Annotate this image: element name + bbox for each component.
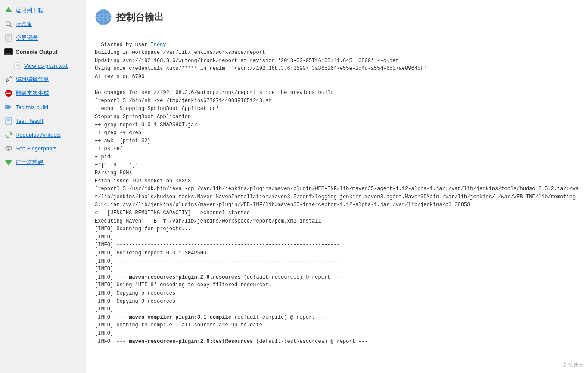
edit-label: 编辑编译信息 bbox=[16, 75, 49, 83]
fingerprints-icon bbox=[4, 144, 13, 153]
edit-icon bbox=[4, 75, 13, 84]
globe-icon bbox=[95, 9, 112, 26]
delete-icon bbox=[4, 89, 13, 97]
sidebar-item-status[interactable]: 状态集 bbox=[0, 17, 86, 31]
redeploy-icon bbox=[4, 130, 13, 139]
console-line: [INFO] bbox=[95, 266, 113, 272]
console-line: [INFO] --- maven-resources-plugin:2.6:te… bbox=[95, 339, 368, 345]
prev-label: 前一次构建 bbox=[16, 158, 44, 166]
back-icon bbox=[4, 6, 13, 15]
console-line: <===[JENKINS REMOTING CAPACITY]===>chann… bbox=[95, 210, 250, 216]
watermark: © 亿速云 bbox=[563, 361, 584, 369]
console-line: [INFO] ---------------------------------… bbox=[95, 242, 340, 248]
console-line: No changes for svn://192.168.3.6/wutong/… bbox=[95, 90, 334, 96]
sidebar-item-testresult[interactable]: Test Result bbox=[0, 114, 86, 128]
console-line: [INFO] Scanning for projects... bbox=[95, 226, 191, 232]
sidebar-item-fingerprints[interactable]: See Fingerprints bbox=[0, 141, 86, 155]
console-line: ++ grep -v grep bbox=[95, 130, 141, 136]
console-line: Executing Maven: -B -f /var/lib/jenkins/… bbox=[95, 218, 321, 224]
sidebar-item-plaintext[interactable]: View as plain text bbox=[0, 59, 86, 72]
sidebar-item-changes[interactable]: 变更记录 bbox=[0, 31, 86, 45]
console-line: Established TCP socket on 38858 bbox=[95, 178, 191, 184]
svg-marker-0 bbox=[5, 7, 12, 12]
console-line: ++ ps -ef bbox=[95, 146, 123, 152]
console-icon bbox=[4, 47, 13, 56]
user-link[interactable]: Irony bbox=[151, 42, 166, 48]
console-line: +'[' -n '' ']' bbox=[95, 162, 138, 168]
page-title: 控制台输出 bbox=[116, 11, 164, 24]
sidebar-item-edit[interactable]: 编辑编译信息 bbox=[0, 72, 86, 86]
console-line: [INFO] Using 'UTF-8' encoding to copy fi… bbox=[95, 282, 271, 288]
delete-label: 删除本次生成 bbox=[16, 89, 49, 97]
svg-marker-31 bbox=[5, 160, 12, 166]
sidebar-item-prev[interactable]: 前一次构建 bbox=[0, 155, 86, 169]
console-line: + pid= bbox=[95, 154, 113, 160]
console-line: [INFO] Copying 5 resources bbox=[95, 290, 175, 296]
svg-rect-8 bbox=[5, 49, 12, 53]
console-line: [report] $ /bin/sh -xe /tmp/jenkins67797… bbox=[95, 98, 271, 104]
plaintext-label: View as plain text bbox=[24, 63, 68, 69]
prev-icon bbox=[4, 158, 13, 166]
console-line: [INFO] ---------------------------------… bbox=[95, 258, 340, 264]
svg-point-30 bbox=[8, 148, 9, 149]
console-line: Parsing POMs bbox=[95, 170, 132, 176]
sidebar-item-tag[interactable]: Tag this build bbox=[0, 100, 86, 114]
fingerprints-label: See Fingerprints bbox=[16, 145, 56, 152]
console-line: [INFO] Building report 0.0.1-SNAPSHOT bbox=[95, 250, 209, 256]
console-line: [INFO] bbox=[95, 330, 113, 336]
svg-marker-15 bbox=[6, 76, 12, 82]
sidebar-item-redeploy[interactable]: Redeploy Artifacts bbox=[0, 128, 86, 141]
console-line: + echo 'Stopping SpringBoot Application' bbox=[95, 106, 219, 112]
redeploy-label: Redeploy Artifacts bbox=[16, 132, 61, 138]
page-header: 控制台输出 bbox=[95, 9, 579, 26]
main-content: 控制台输出 Started by user Irony Building in … bbox=[86, 0, 588, 373]
svg-marker-20 bbox=[9, 105, 12, 109]
changes-icon bbox=[4, 34, 13, 42]
plaintext-icon bbox=[13, 61, 22, 70]
console-output: Started by user Irony Building in worksp… bbox=[95, 33, 579, 345]
svg-point-21 bbox=[6, 107, 7, 108]
testresult-icon bbox=[4, 116, 13, 125]
console-line: [INFO] bbox=[95, 234, 113, 240]
console-line: ++ grep report-0.0.1-SNAPSHOT.jar bbox=[95, 122, 197, 128]
back-label: 返回到工程 bbox=[16, 6, 44, 14]
console-line: [INFO] Nothing to compile - all sources … bbox=[95, 322, 262, 328]
svg-point-1 bbox=[6, 22, 10, 26]
console-line: Updating svn://192.168.3.6/wutong/trunk/… bbox=[95, 58, 399, 64]
console-line: [INFO] Copying 9 resources bbox=[95, 298, 175, 304]
svg-line-2 bbox=[10, 25, 12, 27]
tag-label: Tag this build bbox=[16, 104, 48, 110]
console-line: Stopping SpringBoot Application bbox=[95, 114, 191, 120]
status-label: 状态集 bbox=[16, 20, 32, 28]
console-line: [INFO] --- maven-resources-plugin:2.6:re… bbox=[95, 274, 343, 280]
tag-icon bbox=[4, 103, 13, 111]
console-line: [INFO] bbox=[95, 306, 113, 312]
console-line: [report] $ /usr/jdk/bin/java -cp /var/li… bbox=[95, 186, 579, 208]
console-line: [INFO] --- maven-compiler-plugin:3.1:com… bbox=[95, 314, 327, 320]
sidebar-item-console[interactable]: Console Output bbox=[0, 45, 86, 59]
console-line: Using sole credentials xuxu/***** in rea… bbox=[95, 66, 427, 72]
console-line: At revision 6796 bbox=[95, 74, 144, 80]
testresult-label: Test Result bbox=[16, 118, 43, 124]
sidebar: 返回到工程状态集变更记录Console OutputView as plain … bbox=[0, 0, 86, 373]
sidebar-item-back[interactable]: 返回到工程 bbox=[0, 3, 86, 17]
status-icon bbox=[4, 20, 13, 28]
changes-label: 变更记录 bbox=[16, 34, 38, 42]
sidebar-item-delete[interactable]: 删除本次生成 bbox=[0, 86, 86, 100]
console-first-line: Started by user Irony bbox=[101, 42, 166, 48]
console-line: Building in workspace /var/lib/jenkins/w… bbox=[95, 50, 265, 56]
console-line: ++ awk '{print $2}' bbox=[95, 138, 154, 144]
console-label: Console Output bbox=[16, 49, 58, 55]
